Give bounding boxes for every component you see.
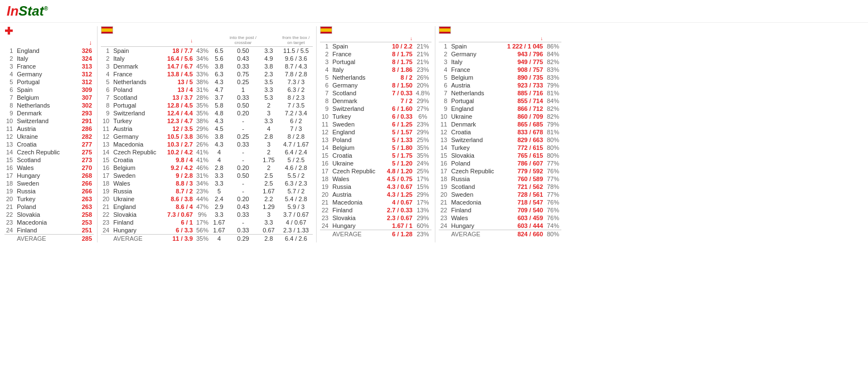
- table-row: 23 Finland 6 / 1 17% 1.67 - 3.3 4 / 0.67: [101, 218, 313, 226]
- table-row: 21 Macedonia 4 / 0.67 17%: [320, 198, 431, 206]
- table-row: 8 Portugal 12.8 / 4.5 35% 5.8 0.50 2 7 /…: [101, 101, 313, 109]
- table-row: 10 Turkey 6 / 0.33 6%: [320, 113, 431, 120]
- table-row: 3 Italy 949 / 775 82%: [439, 58, 561, 66]
- table-row: 20 Ukraine 8.6 / 3.8 44% 2.4 0.20 2.2 5.…: [101, 195, 313, 203]
- table-row: 13 Switzerland 829 / 663 80%: [439, 136, 561, 144]
- table-row: 21 Macedonia 718 / 547 76%: [439, 198, 561, 206]
- table-row: 8 Netherlands 302: [4, 101, 94, 109]
- table-row: 13 Croatia 277: [4, 140, 94, 148]
- table-row: 22 Finland 2.7 / 0.33 13%: [320, 206, 431, 214]
- table-row: 7 Belgium 307: [4, 94, 94, 101]
- table-row: 5 Netherlands 8 / 2 26%: [320, 74, 431, 81]
- table-row: 17 Hungary 268: [4, 172, 94, 179]
- table-row: 15 Scotland 273: [4, 156, 94, 164]
- table-row: 18 Sweden 266: [4, 179, 94, 187]
- table-row: 13 Poland 5 / 1.33 25%: [320, 136, 431, 144]
- table-row: 23 Slovakia 2.3 / 0.67 29%: [320, 214, 431, 222]
- table-row: 10 Switzerland 291: [4, 117, 94, 125]
- table-row: 19 Russia 266: [4, 187, 94, 195]
- table-row: 2 Italy 324: [4, 55, 94, 62]
- table-row: 3 Denmark 14.7 / 6.7 45% 3.8 0.33 3.8 8.…: [101, 62, 313, 70]
- cross-icon: ✚: [4, 26, 13, 36]
- shots-col-wide: [210, 35, 228, 46]
- table-row: 24 Hungary 1.67 / 1 60%: [320, 222, 431, 230]
- table-row: 14 Turkey 772 / 615 80%: [439, 144, 561, 152]
- table-row: 16 Belgium 9.2 / 4.2 46% 2.8 0.20 2 4.6 …: [101, 164, 313, 172]
- table-row: 7 Netherlands 885 / 716 81%: [439, 89, 561, 97]
- table-row: 9 Denmark 293: [4, 109, 94, 117]
- table-row: 21 Poland 263: [4, 203, 94, 211]
- table-row: 23 Macedonia 253: [4, 218, 94, 226]
- shots-col-from-box: from the box /on target: [279, 35, 313, 46]
- table-row: 2 Germany 943 / 796 84%: [439, 50, 561, 58]
- table-row: 22 Slovakia 258: [4, 211, 94, 218]
- table-row: 10 Turkey 12.3 / 4.7 38% 4.3 - 3.3 6 / 2: [101, 117, 313, 125]
- table-row: 3 France 313: [4, 62, 94, 70]
- table-row: 6 Spain 309: [4, 86, 94, 94]
- table-row: 17 Czech Republic 779 / 592 76%: [439, 167, 561, 175]
- table-row: 17 Sweden 9 / 2.8 31% 3.3 0.50 2.5 5.5 /…: [101, 172, 313, 179]
- table-row: 15 Croatia 9.8 / 4 41% 4 - 1.75 5 / 2.5: [101, 156, 313, 164]
- shots-col-blocked: [258, 35, 279, 46]
- table-row: 16 Poland 786 / 607 77%: [439, 159, 561, 167]
- table-row: 12 Germany 10.5 / 3.8 36% 3.8 0.25 2.8 8…: [101, 133, 313, 140]
- table-row: 6 Austria 923 / 733 79%: [439, 81, 561, 89]
- table-row: 22 Finland 709 / 540 76%: [439, 206, 561, 214]
- total-actions-section: ↓ 1 Spain 1 222 / 1 045 86% 2 Germany 94…: [439, 26, 561, 242]
- table-row: 18 Wales 8.8 / 3 34% 3.3 - 2.5 6.3 / 2.3: [101, 179, 313, 187]
- table-row: 4 Germany 312: [4, 70, 94, 78]
- table-row: 20 Turkey 263: [4, 195, 94, 203]
- table-row: 5 Netherlands 13 / 5 38% 4.3 0.25 3.5 7.…: [101, 78, 313, 86]
- table-row: 20 Sweden 728 / 561 77%: [439, 191, 561, 198]
- table-row: 14 Belgium 5 / 1.80 35%: [320, 144, 431, 152]
- table-row: 8 Portugal 855 / 714 84%: [439, 97, 561, 105]
- table-row: 14 Czech Republic 10.2 / 4.2 41% 4 - 2 6…: [101, 148, 313, 156]
- table-row: 11 Austria 12 / 3.5 29% 4.5 - 4 7 / 3: [101, 125, 313, 133]
- table-row: 15 Slovakia 765 / 615 80%: [439, 152, 561, 159]
- table-row: 12 Ukraine 282: [4, 133, 94, 140]
- table-row: 1 Spain 18 / 7.7 43% 6.5 0.50 3.3 11.5 /…: [101, 46, 313, 55]
- shots-col-post: into the post /crossbar: [228, 35, 258, 46]
- table-row: 6 Poland 13 / 4 31% 4.7 1 3.3 6.3 / 2: [101, 86, 313, 94]
- instat-index-section: ✚ ↓ 1 England 326 2 Italy 324: [4, 26, 94, 242]
- table-row: 16 Wales 270: [4, 164, 94, 172]
- table-row: 4 France 13.8 / 4.5 33% 6.3 0.75 2.3 7.8…: [101, 70, 313, 78]
- table-row: 9 Switzerland 6 / 1.60 27%: [320, 105, 431, 113]
- table-row: 2 Italy 16.4 / 5.6 34% 5.6 0.43 4.9 9.6 …: [101, 55, 313, 62]
- table-row: 3 Portugal 8 / 1.75 21%: [320, 58, 431, 66]
- table-row: 1 Spain 10 / 2.2 21%: [320, 42, 431, 51]
- table-row: 22 Slovakia 7.3 / 0.67 9% 3.3 0.33 3 3.7…: [101, 211, 313, 218]
- chances-section: ↓ 1 Spain 10 / 2.2 21% 2 France 8 / 1.75…: [320, 26, 431, 242]
- table-row: 18 Russia 760 / 589 77%: [439, 175, 561, 183]
- table-row: 9 Switzerland 12.4 / 4.4 35% 4.8 0.20 3 …: [101, 109, 313, 117]
- table-row: 12 Croatia 833 / 678 81%: [439, 128, 561, 136]
- table-row: 20 Austria 4.3 / 1.25 29%: [320, 191, 431, 198]
- table-row: 23 Wales 603 / 459 76%: [439, 214, 561, 222]
- table-row: 4 Italy 8 / 1.86 23%: [320, 66, 431, 74]
- table-row: 11 Sweden 6 / 1.25 23%: [320, 120, 431, 128]
- table-row: 19 Russia 4.3 / 0.67 15%: [320, 183, 431, 191]
- table-row: 5 Portugal 312: [4, 78, 94, 86]
- spain-flag-total: [439, 26, 451, 34]
- table-row: 24 Hungary 603 / 444 74%: [439, 222, 561, 230]
- table-row: 10 Ukraine 860 / 709 82%: [439, 113, 561, 120]
- table-row: 11 Denmark 865 / 685 79%: [439, 120, 561, 128]
- table-row: 1 Spain 1 222 / 1 045 86%: [439, 42, 561, 51]
- table-row: 24 Finland 251: [4, 226, 94, 235]
- table-row: 13 Macedonia 10.3 / 2.7 26% 4.3 0.33 3 4…: [101, 140, 313, 148]
- spain-flag-chances: [320, 26, 332, 34]
- table-row: 18 Wales 4.5 / 0.75 17%: [320, 175, 431, 183]
- table-row: 14 Czech Republic 275: [4, 148, 94, 156]
- table-row: 19 Scotland 721 / 562 78%: [439, 183, 561, 191]
- logo: InStat®: [7, 3, 48, 19]
- table-row: 15 Croatia 5 / 1.75 35%: [320, 152, 431, 159]
- table-row: 9 England 866 / 712 82%: [439, 105, 561, 113]
- table-row: 7 Scotland 7 / 0.33 4.8%: [320, 89, 431, 97]
- spain-flag-shots: [101, 26, 113, 34]
- shots-section: ↓ into the post /crossbar from the box /…: [101, 26, 313, 242]
- table-row: 11 Austria 286: [4, 125, 94, 133]
- table-row: 7 Scotland 13 / 3.7 28% 3.7 0.33 5.3 8 /…: [101, 94, 313, 101]
- table-row: 2 France 8 / 1.75 21%: [320, 50, 431, 58]
- table-row: 6 Germany 8 / 1.50 20%: [320, 81, 431, 89]
- table-row: 1 England 326: [4, 47, 94, 55]
